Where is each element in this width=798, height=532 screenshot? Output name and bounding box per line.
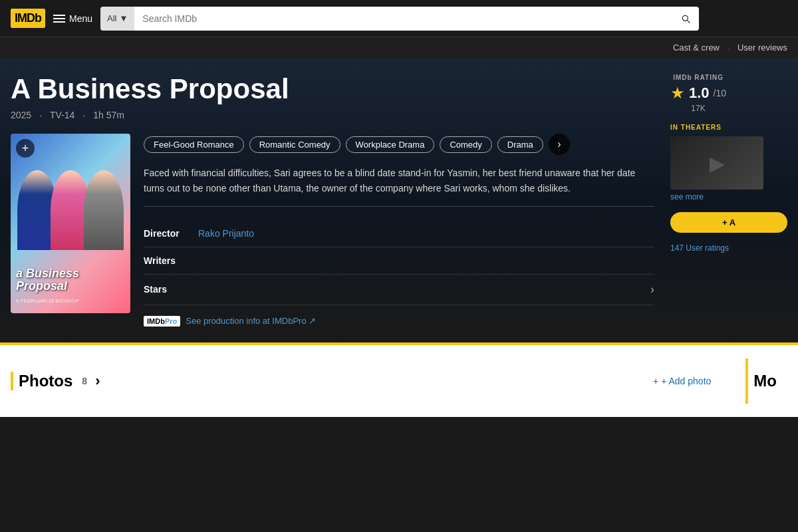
synopsis: Faced with financial difficulties, Sari … [144,166,654,207]
in-theaters-thumbnail[interactable]: ▶ [670,136,763,190]
genre-pill-3[interactable]: Comedy [440,136,491,153]
movie-meta: 2025 · TV-14 · 1h 57m [11,110,654,120]
rating-count: 17K [691,104,705,113]
genre-pill-2[interactable]: Workplace Drama [346,136,435,153]
poster-figure-3 [84,170,124,250]
genre-pill-1[interactable]: Romantic Comedy [249,136,340,153]
add-photo-button[interactable]: + + Add photo [653,376,711,386]
imdb-logo[interactable]: IMDb [11,9,45,28]
user-ratings-link[interactable]: 147 User ratings [670,243,729,253]
poster-subtitle: 6 FEBRUARI DI BIOSKOP [16,298,80,304]
rating-max: /10 [714,88,726,98]
menu-label: Menu [69,13,92,24]
photos-arrow-icon[interactable]: › [95,372,100,390]
star-icon: ★ [670,84,685,102]
movie-duration: 1h 57m [93,110,124,120]
photos-title-container: Photos 8 › [11,372,100,390]
user-reviews-link[interactable]: User reviews [737,43,787,53]
search-input[interactable] [134,7,672,31]
hamburger-icon [53,15,65,23]
rating-value: ★ 1.0 /10 [670,84,726,102]
genre-pills-container: Feel-Good RomanceRomantic ComedyWorkplac… [144,134,654,155]
movie-title: A Business Proposal [11,74,654,104]
search-category-arrow: ▼ [119,13,128,23]
search-icon [680,13,691,24]
search-category-label: All [107,13,116,23]
hero-section: A Business Proposal 2025 · TV-14 · 1h 57… [0,58,798,342]
separator: · [728,43,730,53]
rating-number: 1.0 [689,84,710,102]
director-links: Rako Prijanto [198,228,254,239]
meta-dot-2: · [82,110,85,120]
genre-pill-0[interactable]: Feel-Good Romance [144,136,244,153]
cast-crew-link[interactable]: Cast & crew [673,43,720,53]
poster-figures [11,147,130,273]
director-row: Director Rako Prijanto [144,220,654,247]
in-theaters-label: IN THEATERS [670,124,763,131]
photos-title: Photos 8 › [19,372,100,390]
movie-poster[interactable]: + a Business Proposal 6 FEBRUARI DI BIOS… [11,134,130,313]
search-container: All ▼ [100,7,699,31]
add-icon: + [653,376,658,386]
imdbpro-badge: IMDbPro [144,316,180,327]
imdbpro-row: IMDbPro See production info at IMDbPro ↗ [144,305,654,327]
see-more-link[interactable]: see more [670,192,763,201]
hero-content: + a Business Proposal 6 FEBRUARI DI BIOS… [11,134,654,327]
search-button[interactable] [672,7,699,31]
writers-row: Writers [144,247,654,275]
meta-dot-1: · [39,110,42,120]
writers-label: Writers [144,255,190,266]
rating-box: IMDb RATING ★ 1.0 /10 17K [670,74,726,113]
director-label: Director [144,228,190,239]
photos-section: Photos 8 › + + Add photo Mo [0,342,798,417]
genre-next-button[interactable]: › [549,134,570,155]
director-name[interactable]: Rako Prijanto [198,228,254,239]
more-section: Mo [745,358,787,404]
search-category-dropdown[interactable]: All ▼ [100,7,134,31]
stars-row: Stars › [144,275,654,305]
stars-label: Stars [144,284,190,295]
hero-right-sidebar: IMDb RATING ★ 1.0 /10 17K IN THEATERS ▶ … [654,74,787,327]
imdbpro-link[interactable]: See production info at IMDbPro ↗ [186,316,316,326]
hero-left: A Business Proposal 2025 · TV-14 · 1h 57… [11,74,654,327]
hero-details: Feel-Good RomanceRomantic ComedyWorkplac… [144,134,654,327]
genre-pill-4[interactable]: Drama [497,136,543,153]
top-links-bar: Cast & crew · User reviews [0,37,798,58]
header: IMDb Menu All ▼ [0,0,798,37]
in-theaters-box: IN THEATERS ▶ see more [670,124,763,201]
add-watchlist-button[interactable]: + A [670,212,787,233]
photos-label: Photos [19,372,72,390]
poster-title-overlay: a Business Proposal [16,267,130,294]
rating-label: IMDb RATING [673,74,724,81]
photos-count-badge: 8 [82,376,87,386]
menu-button[interactable]: Menu [53,13,92,24]
movie-tv-rating: TV-14 [50,110,74,120]
movie-year: 2025 [11,110,31,120]
more-title: Mo [753,372,777,390]
add-photo-label: + Add photo [661,376,711,386]
